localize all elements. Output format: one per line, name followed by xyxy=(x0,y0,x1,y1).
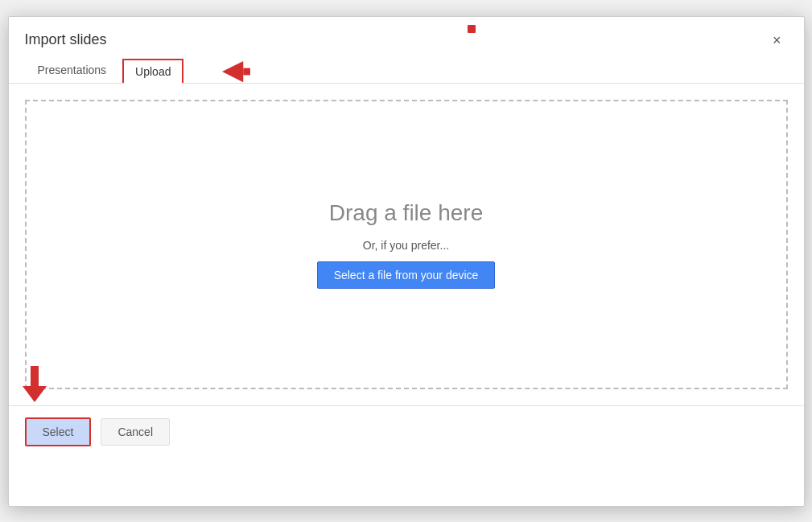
dialog-footer: Select Cancel xyxy=(9,405,804,458)
tab-upload[interactable]: Upload xyxy=(122,59,183,83)
upload-tab-wrapper: Upload xyxy=(122,59,187,83)
arrow-icon xyxy=(194,55,250,88)
footer-select-button[interactable]: Select xyxy=(25,417,92,446)
import-slides-dialog: Import slides × Presentations Upload xyxy=(8,16,805,507)
dialog-overlay: Import slides × Presentations Upload xyxy=(0,0,812,522)
drop-zone[interactable]: Drag a file here Or, if you prefer... Se… xyxy=(25,100,788,389)
svg-rect-3 xyxy=(31,366,39,388)
close-button[interactable]: × xyxy=(766,30,788,51)
tab-presentations[interactable]: Presentations xyxy=(25,57,120,83)
cancel-button[interactable]: Cancel xyxy=(101,418,170,446)
tabs-row: Presentations Upload xyxy=(9,51,804,84)
red-dot-annotation xyxy=(468,25,476,33)
svg-marker-0 xyxy=(222,60,243,81)
down-arrow-annotation xyxy=(19,366,51,413)
arrow-annotation xyxy=(194,55,250,88)
down-arrow-icon xyxy=(19,366,51,410)
select-file-button[interactable]: Select a file from your device xyxy=(317,261,496,289)
dialog-body: Drag a file here Or, if you prefer... Se… xyxy=(9,84,804,405)
or-text: Or, if you prefer... xyxy=(363,239,449,252)
svg-rect-1 xyxy=(243,68,250,75)
drag-text: Drag a file here xyxy=(329,200,483,226)
dialog-header: Import slides × xyxy=(9,17,804,51)
dialog-title: Import slides xyxy=(25,31,107,48)
